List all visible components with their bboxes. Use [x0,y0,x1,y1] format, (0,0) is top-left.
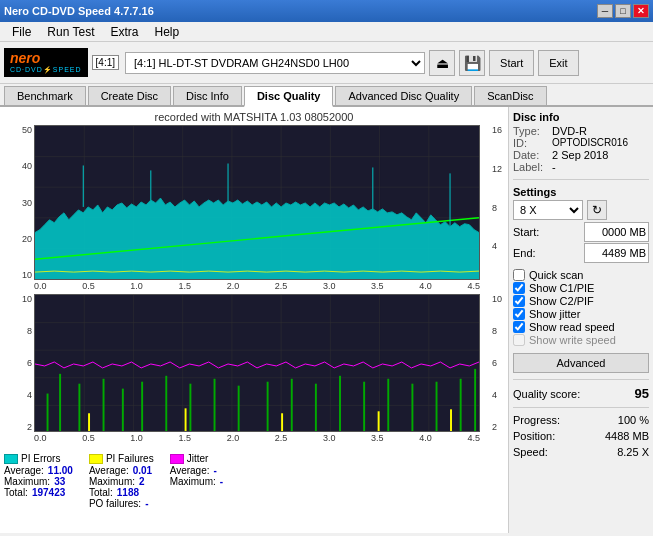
maximize-button[interactable]: □ [615,4,631,18]
pi-errors-total-row: Total: 197423 [4,487,73,498]
svg-rect-34 [103,379,105,431]
jitter-avg-row: Average: - [170,465,223,476]
title-bar: Nero CD-DVD Speed 4.7.7.16 ─ □ ✕ [0,0,653,22]
upper-chart [34,125,480,280]
tab-benchmark[interactable]: Benchmark [4,86,86,105]
tab-advanced-disc-quality[interactable]: Advanced Disc Quality [335,86,472,105]
exit-button[interactable]: Exit [538,50,578,76]
menu-run-test[interactable]: Run Test [39,23,102,41]
show-write-speed-checkbox [513,334,525,346]
pi-failures-total-row: Total: 1188 [89,487,154,498]
upper-y-axis-right: 16 12 8 4 [492,125,502,280]
upper-x-axis: 0.0 0.5 1.0 1.5 2.0 2.5 3.0 3.5 4.0 4.5 [34,280,480,292]
speed-value: 8.25 X [617,446,649,458]
svg-rect-55 [450,409,452,431]
drive-ratio-label: [4:1] [92,55,119,70]
pi-errors-avg-value: 11.00 [48,465,73,476]
show-jitter-label: Show jitter [529,308,580,320]
pi-failures-color [89,454,103,464]
drive-selector[interactable]: [4:1] HL-DT-ST DVDRAM GH24NSD0 LH00 [125,52,425,74]
tab-disc-info[interactable]: Disc Info [173,86,242,105]
refresh-button[interactable]: ↻ [587,200,607,220]
pi-failures-max-row: Maximum: 2 [89,476,154,487]
minimize-button[interactable]: ─ [597,4,613,18]
lower-chart-wrapper: 10 8 6 4 2 10 8 6 4 2 [34,294,480,449]
disc-id-label: ID: [513,137,548,149]
quick-scan-row: Quick scan [513,269,649,281]
upper-chart-wrapper: 50 40 30 20 10 16 12 8 4 [34,125,480,290]
svg-rect-54 [378,411,380,431]
chart-title: recorded with MATSHITA 1.03 08052000 [4,111,504,123]
save-icon-btn[interactable]: 💾 [459,50,485,76]
app-logo: nero CD·DVD⚡SPEED [4,48,88,77]
pi-failures-total-value: 1188 [117,487,139,498]
jitter-color [170,454,184,464]
svg-rect-32 [59,374,61,431]
menu-extra[interactable]: Extra [102,23,146,41]
advanced-button[interactable]: Advanced [513,353,649,373]
quality-score-value: 95 [635,386,649,401]
position-value: 4488 MB [605,430,649,442]
disc-info-section: Disc info Type: DVD-R ID: OPTODISCR016 D… [513,111,649,173]
legend-pi-failures: PI Failures Average: 0.01 Maximum: 2 Tot… [89,453,154,509]
svg-rect-50 [474,369,476,431]
disc-info-title: Disc info [513,111,649,123]
divider-1 [513,179,649,180]
divider-3 [513,407,649,408]
svg-rect-52 [185,408,187,431]
speed-select[interactable]: 8 X [513,200,583,220]
disc-type-label: Type: [513,125,548,137]
toolbar: nero CD·DVD⚡SPEED [4:1] [4:1] HL-DT-ST D… [0,42,653,84]
tab-disc-quality[interactable]: Disc Quality [244,86,334,107]
title-bar-controls: ─ □ ✕ [597,4,649,18]
right-panel: Disc info Type: DVD-R ID: OPTODISCR016 D… [508,107,653,533]
menu-file[interactable]: File [4,23,39,41]
quick-scan-checkbox[interactable] [513,269,525,281]
menu-help[interactable]: Help [147,23,188,41]
po-failures-value: - [145,498,148,509]
lower-y-axis-right: 10 8 6 4 2 [492,294,502,432]
disc-date-label: Date: [513,149,548,161]
show-read-speed-checkbox[interactable] [513,321,525,333]
disc-id-value: OPTODISCR016 [552,137,628,149]
svg-rect-44 [339,376,341,431]
end-label: End: [513,247,536,259]
start-row: Start: [513,222,649,242]
disc-label-label: Label: [513,161,548,173]
settings-section: Settings 8 X ↻ Start: End: [513,186,649,264]
svg-rect-47 [411,384,413,431]
show-c2pif-checkbox[interactable] [513,295,525,307]
quick-scan-label: Quick scan [529,269,583,281]
jitter-avg-value: - [214,465,217,476]
speed-row-progress: Speed: 8.25 X [513,446,649,458]
tab-scan-disc[interactable]: ScanDisc [474,86,546,105]
po-failures-row: PO failures: - [89,498,154,509]
menu-bar: File Run Test Extra Help [0,22,653,42]
end-row: End: [513,243,649,263]
show-write-speed-row: Show write speed [513,334,649,346]
close-button[interactable]: ✕ [633,4,649,18]
start-input[interactable] [584,222,649,242]
show-jitter-checkbox[interactable] [513,308,525,320]
po-failures-label: PO failures: [89,498,141,509]
tab-create-disc[interactable]: Create Disc [88,86,171,105]
legend: PI Errors Average: 11.00 Maximum: 33 Tot… [4,449,504,511]
svg-rect-38 [189,384,191,431]
title-bar-text: Nero CD-DVD Speed 4.7.7.16 [4,5,154,17]
svg-rect-33 [78,384,80,431]
pi-failures-max-label: Maximum: [89,476,135,487]
svg-rect-36 [141,382,143,431]
logo-subtitle: CD·DVD⚡SPEED [10,66,82,74]
pi-failures-avg-row: Average: 0.01 [89,465,154,476]
upper-y-axis-left: 50 40 30 20 10 [6,125,32,280]
end-input[interactable] [584,243,649,263]
start-button[interactable]: Start [489,50,534,76]
svg-rect-39 [214,379,216,431]
progress-value: 100 % [618,414,649,426]
quality-score-label: Quality score: [513,388,580,400]
show-c1pie-checkbox[interactable] [513,282,525,294]
pi-errors-total-label: Total: [4,487,28,498]
pi-errors-avg-label: Average: [4,465,44,476]
quality-score-row: Quality score: 95 [513,386,649,401]
eject-icon-btn[interactable]: ⏏ [429,50,455,76]
